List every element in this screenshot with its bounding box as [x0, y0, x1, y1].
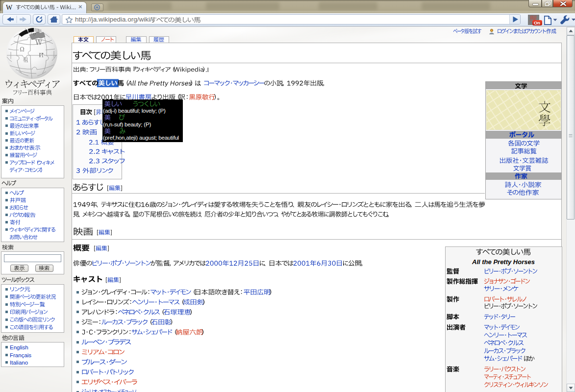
svg-text:W: W	[6, 4, 13, 11]
